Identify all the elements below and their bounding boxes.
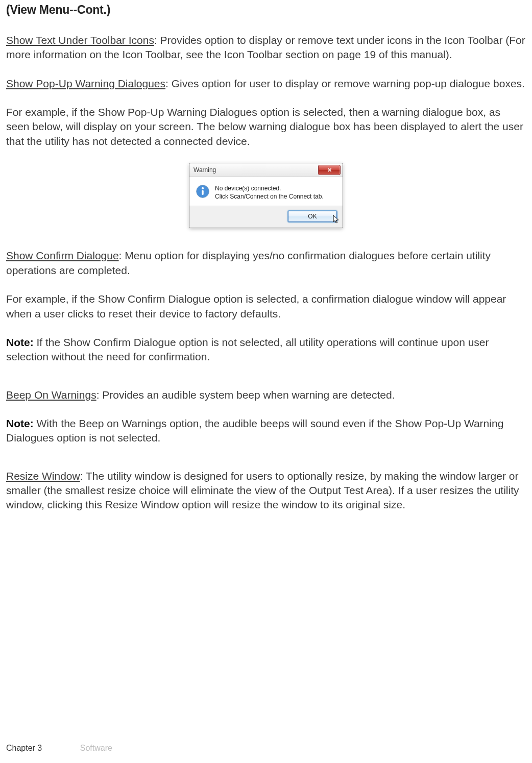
page-title: (View Menu--Cont.) [6, 2, 526, 18]
ok-button-label: OK [308, 212, 317, 220]
note-text-beep: With the Beep on Warnings option, the au… [6, 417, 503, 444]
note-label-confirm: Note: [6, 336, 34, 348]
note-label-beep: Note: [6, 417, 34, 429]
footer-chapter: Chapter 3 [6, 744, 42, 752]
section-show-text: Show Text Under Toolbar Icons: Provides … [6, 33, 526, 62]
page-footer: Chapter 3 Software [6, 743, 112, 754]
note-show-confirm: Note: If the Show Confirm Dialogue optio… [6, 335, 526, 364]
dialog-message-line1: No device(s) connected. [215, 184, 324, 192]
term-show-popup: Show Pop-Up Warning Dialogues [6, 78, 165, 89]
info-icon [196, 184, 210, 199]
section-resize: Resize Window: The utility window is des… [6, 469, 526, 512]
example-show-popup: For example, if the Show Pop-Up Warning … [6, 105, 526, 149]
warning-dialog: Warning ✕ No device(s) connected. Click … [189, 163, 343, 228]
dialog-message-line2: Click Scan/Connect on the Connect tab. [215, 192, 324, 201]
svg-rect-2 [202, 190, 204, 195]
note-beep: Note: With the Beep on Warnings option, … [6, 416, 526, 446]
dialog-title: Warning [194, 166, 216, 174]
section-beep: Beep On Warnings: Provides an audible sy… [6, 388, 526, 402]
term-show-text: Show Text Under Toolbar Icons [6, 34, 154, 46]
desc-beep: : Provides an audible system beep when w… [96, 389, 395, 401]
desc-show-popup: : Gives option for user to display or re… [165, 78, 525, 89]
close-button[interactable]: ✕ [318, 165, 341, 175]
example-show-confirm: For example, if the Show Confirm Dialogu… [6, 292, 526, 321]
section-show-popup: Show Pop-Up Warning Dialogues: Gives opt… [6, 77, 526, 91]
note-text-confirm: If the Show Confirm Dialogue option is n… [6, 336, 489, 362]
close-icon: ✕ [327, 167, 332, 173]
warning-dialog-figure: Warning ✕ No device(s) connected. Click … [6, 163, 526, 228]
term-beep: Beep On Warnings [6, 389, 96, 401]
term-show-confirm: Show Confirm Dialogue [6, 250, 119, 261]
svg-point-3 [202, 187, 204, 189]
ok-button[interactable]: OK [287, 210, 337, 223]
term-resize: Resize Window [6, 470, 80, 482]
desc-resize: : The utility window is designed for use… [6, 470, 519, 511]
dialog-message: No device(s) connected. Click Scan/Conne… [215, 184, 324, 201]
dialog-titlebar: Warning ✕ [189, 163, 343, 177]
section-show-confirm: Show Confirm Dialogue: Menu option for d… [6, 249, 526, 278]
dialog-body: No device(s) connected. Click Scan/Conne… [189, 177, 343, 206]
cursor-icon [333, 215, 340, 224]
footer-section: Software [80, 744, 112, 752]
dialog-footer: OK [189, 206, 343, 228]
